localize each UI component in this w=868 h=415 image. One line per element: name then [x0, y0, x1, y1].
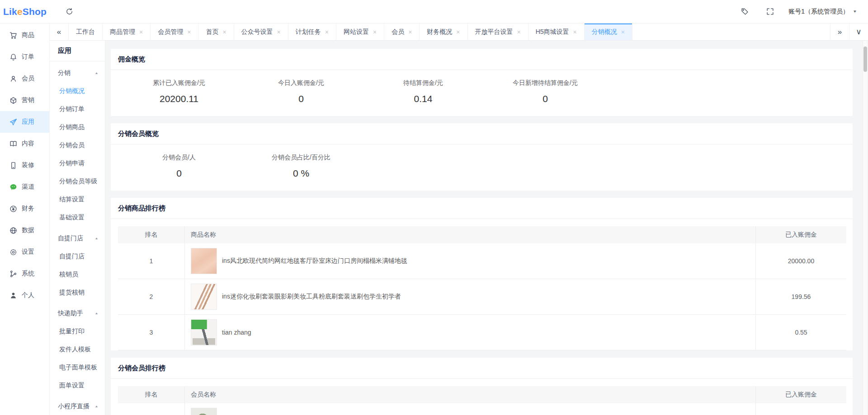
tab-official-account-settings[interactable]: 公众号设置×: [234, 23, 288, 40]
submenu-item-distribution-member-levels[interactable]: 分销会员等级: [50, 173, 105, 191]
submenu-item-settlement-settings[interactable]: 结算设置: [50, 191, 105, 209]
fullscreen-icon[interactable]: [763, 5, 777, 19]
submenu-item-distribution-orders[interactable]: 分销订单: [50, 100, 105, 118]
close-icon[interactable]: ×: [187, 29, 191, 35]
tab-open-platform-settings[interactable]: 开放平台设置×: [468, 23, 528, 40]
submenu-item-pickup-store[interactable]: 自提门店: [50, 247, 105, 266]
product-name: tian zhang: [222, 329, 251, 336]
tab-member-management[interactable]: 会员管理×: [151, 23, 198, 40]
stat-distribution-member-ratio: 分销会员占比/百分比 0 %: [240, 154, 362, 179]
sidebar-item-goods[interactable]: 商品: [0, 24, 49, 46]
member-ranking-card: 分销会员排行榜 排名 会员名称 已入账佣金 1 玲子 12000.00: [111, 358, 853, 415]
close-icon[interactable]: ×: [139, 29, 143, 35]
tab-distribution-overview[interactable]: 分销概况×: [585, 23, 632, 40]
settings-gear-icon: [9, 248, 17, 256]
table-header: 排名 会员名称 已入账佣金: [118, 386, 846, 403]
tag-icon[interactable]: [738, 5, 751, 19]
stat-distribution-members: 分销会员/人 0: [118, 154, 240, 179]
stat-total-commission: 累计已入账佣金/元 20200.11: [118, 79, 240, 104]
sidebar-item-personal[interactable]: 个人: [0, 284, 49, 306]
tab-member[interactable]: 会员×: [384, 23, 420, 40]
member-ranking-table: 排名 会员名称 已入账佣金 1 玲子 12000.00: [118, 386, 846, 415]
data-icon: [9, 226, 17, 234]
close-icon[interactable]: ×: [573, 29, 577, 35]
member-icon: [9, 75, 17, 83]
submenu-group-miniprogram-live[interactable]: 小程序直播▲: [50, 397, 105, 415]
commission-stats-row: 累计已入账佣金/元 20200.11 今日入账佣金/元 0 待结算佣金/元 0.…: [111, 70, 853, 116]
top-header: LikeShop 账号1（系统管理员） ▼: [0, 0, 868, 23]
sidebar-item-finance[interactable]: 财务: [0, 198, 49, 219]
submenu-item-e-waybill-template[interactable]: 电子面单模板: [50, 359, 105, 377]
sidebar-item-members[interactable]: 会员: [0, 68, 49, 89]
refresh-icon[interactable]: [62, 5, 76, 19]
tab-finance-overview[interactable]: 财务概况×: [420, 23, 467, 40]
table-header: 排名 商品名称 已入账佣金: [118, 226, 846, 243]
tabs-scroll-left-button[interactable]: «: [50, 23, 69, 40]
tab-website-settings[interactable]: 网站设置×: [336, 23, 384, 40]
submenu-item-distribution-members[interactable]: 分销会员: [50, 136, 105, 154]
submenu-item-sender-template[interactable]: 发件人模板: [50, 340, 105, 359]
tab-home[interactable]: 首页×: [198, 23, 234, 40]
submenu-item-pickup-verification[interactable]: 提货核销: [50, 284, 105, 302]
submenu-item-verifier[interactable]: 核销员: [50, 266, 105, 284]
submenu-group-distribution[interactable]: 分销▲: [50, 64, 105, 82]
sidebar-item-channels[interactable]: 渠道: [0, 176, 49, 198]
close-icon[interactable]: ×: [517, 29, 521, 35]
scrollbar-thumb[interactable]: [863, 47, 867, 72]
close-icon[interactable]: ×: [373, 29, 377, 35]
channel-wechat-icon: [9, 183, 17, 191]
close-icon[interactable]: ×: [621, 29, 625, 35]
close-icon[interactable]: ×: [325, 29, 329, 35]
tab-workbench[interactable]: 工作台: [69, 23, 103, 40]
stat-pending-commission: 待结算佣金/元 0.14: [362, 79, 484, 104]
close-icon[interactable]: ×: [222, 29, 226, 35]
close-icon[interactable]: ×: [408, 29, 412, 35]
table-row: 1 玲子 12000.00: [118, 403, 846, 415]
tab-scheduled-tasks[interactable]: 计划任务×: [288, 23, 336, 40]
sidebar-item-system[interactable]: 系统: [0, 263, 49, 284]
card-title-member-ranking: 分销会员排行榜: [111, 358, 853, 379]
content-icon: [9, 140, 17, 148]
top-header-right: 账号1（系统管理员） ▼: [738, 5, 857, 19]
product-ranking-card: 分销商品排行榜 排名 商品名称 已入账佣金 1 ins风北欧现代简约网红地毯客厅…: [111, 198, 853, 350]
submenu-group-pickup-store[interactable]: 自提门店▲: [50, 229, 105, 247]
member-overview-card: 分销会员概览 分销会员/人 0 分销会员占比/百分比 0 %: [111, 123, 853, 191]
sidebar-item-settings[interactable]: 设置: [0, 241, 49, 263]
finance-icon: [9, 205, 17, 213]
system-icon: [9, 270, 17, 278]
main-content: 佣金概览 累计已入账佣金/元 20200.11 今日入账佣金/元 0 待结算佣金…: [105, 41, 868, 415]
tab-product-management[interactable]: 商品管理×: [103, 23, 151, 40]
caret-up-icon: ▲: [94, 237, 99, 240]
product-image: [191, 248, 217, 274]
likeshop-logo[interactable]: LikeShop: [0, 0, 50, 23]
sidebar-item-marketing[interactable]: 营销: [0, 89, 49, 111]
tabs-dropdown-button[interactable]: ∨: [849, 23, 868, 40]
submenu-group-express-assistant[interactable]: 快递助手▲: [50, 304, 105, 322]
submenu-item-waybill-settings[interactable]: 面单设置: [50, 377, 105, 395]
close-icon[interactable]: ×: [277, 29, 281, 35]
card-title-commission-overview: 佣金概览: [111, 49, 853, 70]
product-image: [191, 284, 217, 310]
tabs-strip: 工作台 商品管理× 会员管理× 首页× 公众号设置× 计划任务× 网站设置× 会…: [69, 23, 830, 40]
sidebar-item-data[interactable]: 数据: [0, 219, 49, 241]
submenu-item-distribution-overview[interactable]: 分销概况: [50, 82, 105, 100]
stat-today-new-pending-commission: 今日新增待结算佣金/元 0: [484, 79, 606, 104]
sidebar-item-orders[interactable]: 订单: [0, 46, 49, 68]
tabs-scroll-right-button[interactable]: »: [830, 23, 849, 40]
sidebar-item-content[interactable]: 内容: [0, 133, 49, 154]
tab-h5-mall-settings[interactable]: H5商城设置×: [528, 23, 585, 40]
table-row: 2 ins迷你化妆刷套装眼影刷美妆工具粉底刷套装送刷包学生初学者 199.56: [118, 279, 846, 315]
goods-icon: [9, 31, 17, 39]
submenu-item-distribution-applications[interactable]: 分销申请: [50, 154, 105, 173]
sidebar-item-applications[interactable]: 应用: [0, 111, 49, 133]
vertical-scrollbar[interactable]: [863, 41, 867, 415]
marketing-icon: [9, 96, 17, 104]
close-icon[interactable]: ×: [456, 29, 460, 35]
submenu-item-distribution-products[interactable]: 分销商品: [50, 118, 105, 136]
submenu-item-batch-print[interactable]: 批量打印: [50, 322, 105, 340]
product-name: ins迷你化妆刷套装眼影刷美妆工具粉底刷套装送刷包学生初学者: [222, 293, 401, 301]
account-menu[interactable]: 账号1（系统管理员） ▼: [788, 8, 857, 16]
sidebar-item-decoration[interactable]: 装修: [0, 154, 49, 176]
caret-up-icon: ▲: [94, 405, 99, 408]
submenu-item-basic-settings[interactable]: 基础设置: [50, 209, 105, 227]
